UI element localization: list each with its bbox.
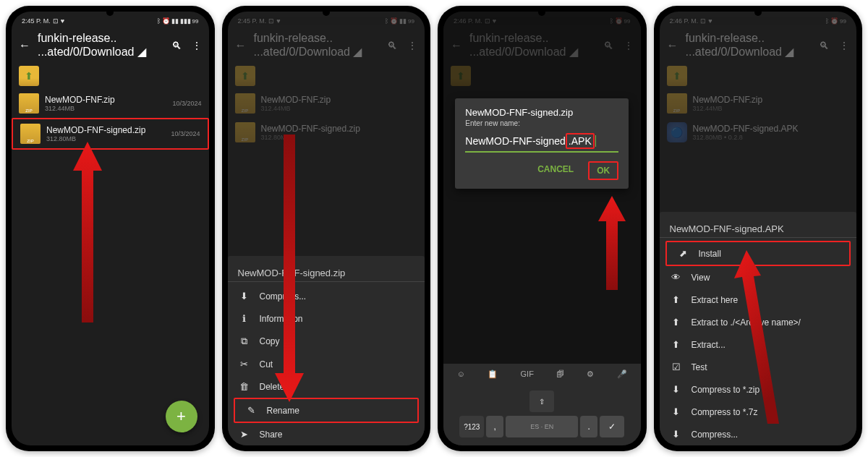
install-icon: ⬈ [677, 248, 690, 259]
bluetooth-icon: ᛒ [385, 17, 388, 25]
kb-translate-icon[interactable]: 🗐 [556, 370, 564, 379]
back-icon[interactable]: ← [667, 39, 678, 52]
copy-icon: ⧉ [238, 336, 251, 347]
screen-3: 2:46 P. M. ⊡ ♥ ᛒ ⏰ 99 ← funkin-release..… [443, 12, 641, 445]
screen-2: 2:45 P. M. ⊡ ♥ ᛒ ⏰ ▮▮ 99 ← funkin-releas… [228, 12, 425, 445]
folder-up[interactable]: ⬆ [660, 63, 857, 89]
battery-level: 99 [192, 18, 199, 25]
phone-1: 2:45 P. M. ⊡ ♥ ᛒ ⏰ ▮▮ ▮▮▮ 99 ← funkin-re… [6, 6, 215, 451]
kb-gif[interactable]: GIF [521, 370, 534, 379]
file-row-1[interactable]: ZIP NewMOD-FNF.zip 312.44MB [660, 89, 857, 118]
kb-row-4: ?123 , ES · EN . ✓ [446, 416, 639, 437]
kb-emoji-icon[interactable]: ☺ [457, 370, 465, 379]
header-path[interactable]: ...ated/0/Download ◢ [254, 45, 380, 59]
header-path[interactable]: ...ated/0/Download ◢ [686, 45, 812, 59]
fab-add[interactable]: + [166, 401, 197, 432]
info-icon: ℹ [238, 313, 251, 324]
kb-settings-icon[interactable]: ⚙ [587, 370, 594, 379]
dialog-label: Enter new name: [465, 119, 618, 127]
file-row-apk[interactable]: 🔵 NewMOD-FNF-signed.APK 312.80MB • 0.2.8 [660, 118, 857, 147]
dialog-cancel-button[interactable]: CANCEL [533, 161, 578, 180]
download-icon: ⬇ [670, 406, 683, 417]
key-numeric[interactable]: ?123 [459, 416, 484, 437]
back-icon[interactable]: ← [235, 39, 247, 52]
dialog-ok-button-highlighted[interactable]: OK [588, 161, 618, 180]
sheet-rename-highlighted[interactable]: ✎Rename [234, 398, 420, 423]
sheet-test[interactable]: ☑Test [660, 356, 857, 378]
folder-up-icon: ⬆ [235, 66, 255, 86]
zip-icon: ZIP [235, 122, 255, 142]
heart-icon: ♥ [276, 17, 280, 25]
sheet-view[interactable]: 👁View [660, 266, 857, 289]
file-size: 312.80MB [46, 135, 165, 142]
file-date: 10/3/2024 [171, 130, 200, 137]
key-comma[interactable]: , [486, 416, 503, 437]
file-row-1[interactable]: ZIP NewMOD-FNF.zip 312.44MB [228, 89, 425, 118]
menu-icon[interactable]: ⋮ [839, 40, 849, 51]
phone-4: 2:46 P. M. ⊡ ♥ ᛒ ⏰ 99 ← funkin-release..… [654, 6, 863, 451]
keyboard[interactable]: ☺ 📋 GIF 🗐 ⚙ 🎤 ⇧ ?123 , ES · EN . ✓ [443, 364, 641, 445]
search-icon[interactable]: 🔍︎ [819, 40, 829, 51]
header-title-block: funkin-release.. ...ated/0/Download ◢ [38, 32, 164, 59]
header-path[interactable]: ...ated/0/Download ◢ [38, 45, 164, 59]
sheet-compress[interactable]: ⬇Compress... [228, 285, 425, 307]
sheet-extract-archive[interactable]: ⬆Extract to ./<Archive name>/ [660, 311, 857, 333]
folder-up[interactable]: ⬆ [228, 63, 425, 89]
kb-clipboard-icon[interactable]: 📋 [488, 370, 498, 379]
sheet-share[interactable]: ➤Share [228, 423, 425, 445]
sheet-cut[interactable]: ✂Cut [228, 353, 425, 375]
sheet-compress[interactable]: ⬇Compress... [660, 423, 857, 445]
instagram-icon: ⊡ [53, 17, 59, 25]
screen-1: 2:45 P. M. ⊡ ♥ ᛒ ⏰ ▮▮ ▮▮▮ 99 ← funkin-re… [12, 12, 209, 445]
upload-icon: ⬆ [670, 317, 683, 328]
rename-dialog: NewMOD-FNF-signed.zip Enter new name: Ne… [455, 98, 629, 189]
camera-notch [323, 9, 330, 16]
sheet-compress-7z[interactable]: ⬇Compress to *.7z [660, 401, 857, 423]
sheet-extract-here[interactable]: ⬆Extract here [660, 289, 857, 311]
file-row-2-highlighted[interactable]: ZIP NewMOD-FNF-signed.zip 312.80MB 10/3/… [12, 118, 209, 150]
heart-icon: ♥ [708, 17, 712, 25]
download-icon: ⬇ [670, 429, 683, 440]
battery-level: 99 [408, 18, 414, 25]
battery-level: 99 [840, 18, 846, 25]
sheet-delete[interactable]: 🗑Delete [228, 375, 425, 398]
dialog-input[interactable]: NewMOD-FNF-signed.APK [465, 133, 618, 153]
dialog-filename: NewMOD-FNF-signed.zip [465, 107, 618, 118]
text-cursor [595, 135, 596, 147]
back-icon[interactable]: ← [19, 39, 30, 52]
menu-icon[interactable]: ⋮ [407, 40, 417, 51]
file-row-2[interactable]: ZIP NewMOD-FNF-signed.zip 312.80MB [228, 118, 425, 147]
menu-icon[interactable]: ⋮ [192, 40, 202, 51]
key-space[interactable]: ES · EN [506, 416, 578, 437]
cut-icon: ✂ [238, 359, 251, 370]
key-shift[interactable]: ⇧ [529, 390, 554, 412]
key-dot[interactable]: . [580, 416, 597, 437]
trash-icon: 🗑 [238, 381, 251, 392]
sheet-extract[interactable]: ⬆Extract... [660, 333, 857, 356]
file-row-1[interactable]: ZIP NewMOD-FNF.zip 312.44MB 10/3/2024 [12, 89, 209, 118]
kb-mic-icon[interactable]: 🎤 [617, 370, 627, 379]
eye-icon: 👁 [670, 272, 683, 283]
sheet-compress-zip[interactable]: ⬇Compress to *.zip [660, 378, 857, 401]
search-icon[interactable]: 🔍︎ [387, 40, 397, 51]
app-header: ← funkin-release.. ...ated/0/Download ◢ … [228, 27, 425, 63]
file-name: NewMOD-FNF.zip [45, 95, 166, 105]
instagram-icon: ⊡ [700, 17, 706, 25]
upload-icon: ⬆ [670, 294, 683, 305]
sheet-install-highlighted[interactable]: ⬈Install [665, 241, 851, 266]
check-icon: ☑ [670, 362, 683, 372]
header-title: funkin-release.. [38, 32, 164, 45]
folder-up-icon: ⬆ [667, 66, 687, 86]
key-enter[interactable]: ✓ [600, 416, 624, 437]
sheet-copy[interactable]: ⧉Copy [228, 330, 425, 353]
sheet-information[interactable]: ℹInformation [228, 307, 425, 330]
screen-4: 2:46 P. M. ⊡ ♥ ᛒ ⏰ 99 ← funkin-release..… [660, 12, 857, 445]
zip-icon: ZIP [20, 124, 41, 144]
kb-toolbar: ☺ 📋 GIF 🗐 ⚙ 🎤 [446, 367, 639, 383]
camera-notch [538, 9, 545, 16]
ext-highlighted: .APK [566, 133, 595, 149]
kb-row-3: ⇧ [446, 390, 639, 412]
search-icon[interactable]: 🔍︎ [171, 40, 182, 51]
pencil-icon: ✎ [245, 405, 258, 416]
folder-up[interactable]: ⬆ [12, 63, 209, 89]
